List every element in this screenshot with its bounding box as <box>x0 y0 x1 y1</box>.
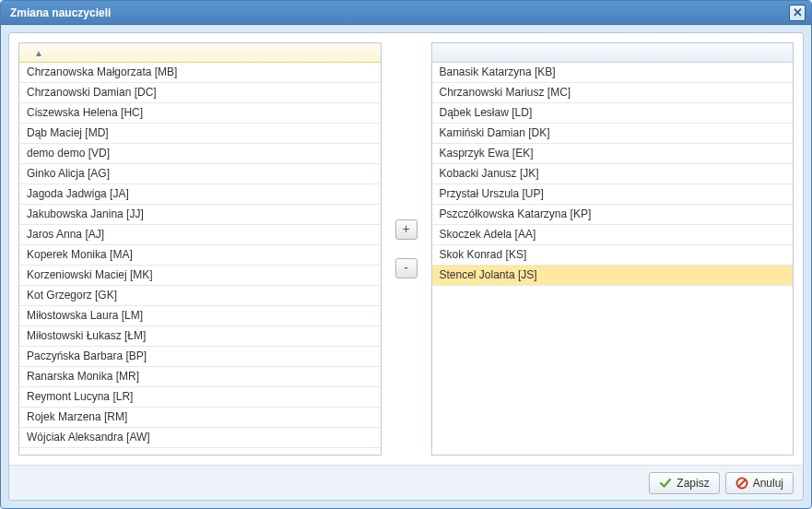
list-item[interactable]: Dąbek Lesław [LD] <box>432 103 794 124</box>
sort-asc-icon: ▲ <box>34 48 43 58</box>
list-item[interactable]: Koperek Monika [MA] <box>19 245 381 266</box>
list-item[interactable]: Skok Konrad [KS] <box>432 245 794 266</box>
dialog-title: Zmiana nauczycieli <box>10 6 111 19</box>
list-item[interactable]: Jagoda Jadwiga [JA] <box>19 184 381 205</box>
list-item[interactable]: Stencel Jolanta [JS] <box>432 266 794 286</box>
list-item[interactable]: Wójciak Aleksandra [AW] <box>19 428 381 448</box>
transfer-controls: + - <box>391 42 422 456</box>
right-list: Banasik Katarzyna [KB]Chrzanowski Marius… <box>431 42 794 456</box>
list-item[interactable]: Przystał Urszula [UP] <box>432 184 794 205</box>
list-item[interactable]: Miłostowska Laura [LM] <box>19 306 381 326</box>
cancel-icon <box>736 477 748 490</box>
list-item[interactable]: Chrzanowski Mariusz [MC] <box>432 83 794 103</box>
remove-button[interactable]: - <box>395 258 418 278</box>
list-item[interactable]: Ranarska Monika [MR] <box>19 367 381 387</box>
list-item[interactable]: Kobacki Janusz [JK] <box>432 164 794 184</box>
list-item[interactable]: Korzeniowski Maciej [MK] <box>19 266 381 286</box>
list-item[interactable]: Jaros Anna [AJ] <box>19 225 381 245</box>
list-item[interactable]: Rojek Marzena [RM] <box>19 408 381 428</box>
list-item[interactable]: Skoczek Adela [AA] <box>432 225 794 245</box>
save-button[interactable]: Zapisz <box>649 472 719 494</box>
check-icon <box>659 477 672 490</box>
list-item[interactable]: Pszczółkowska Katarzyna [KP] <box>432 205 794 225</box>
list-item[interactable]: Miłostowski Łukasz [ŁM] <box>19 326 381 347</box>
list-item[interactable]: Ginko Alicja [AG] <box>19 164 381 184</box>
list-item[interactable]: demo demo [VD] <box>19 144 381 164</box>
list-item[interactable]: Reymont Lucyna [LR] <box>19 387 381 408</box>
list-item[interactable]: Jakubowska Janina [JJ] <box>19 205 381 225</box>
cancel-button-label: Anuluj <box>753 477 783 490</box>
titlebar[interactable]: Zmiana nauczycieli ✕ <box>1 1 811 25</box>
list-item[interactable]: Paczyńska Barbara [BP] <box>19 347 381 367</box>
left-list: ▲ Chrzanowska Małgorzata [MB]Chrzanowski… <box>18 42 382 456</box>
add-button[interactable]: + <box>395 219 418 240</box>
list-item[interactable]: Kot Grzegorz [GK] <box>19 286 381 306</box>
cancel-button[interactable]: Anuluj <box>725 472 794 494</box>
save-button-label: Zapisz <box>677 477 709 490</box>
dialog-body: ▲ Chrzanowska Małgorzata [MB]Chrzanowski… <box>9 33 803 465</box>
close-icon[interactable]: ✕ <box>789 5 806 21</box>
list-item[interactable]: Kamiński Damian [DK] <box>432 124 794 144</box>
dialog-footer: Zapisz Anuluj <box>9 465 803 500</box>
left-list-header[interactable]: ▲ <box>19 43 381 63</box>
svg-line-1 <box>738 479 746 487</box>
list-item[interactable]: Chrzanowski Damian [DC] <box>19 83 381 103</box>
dialog-inner: ▲ Chrzanowska Małgorzata [MB]Chrzanowski… <box>8 32 804 501</box>
list-item[interactable]: Ciszewska Helena [HC] <box>19 103 381 124</box>
right-list-header[interactable] <box>432 43 794 63</box>
list-item[interactable]: Chrzanowska Małgorzata [MB] <box>19 63 381 83</box>
list-item[interactable]: Dąb Maciej [MD] <box>19 124 381 144</box>
list-item[interactable]: Banasik Katarzyna [KB] <box>432 63 794 83</box>
dialog-window: Zmiana nauczycieli ✕ ▲ Chrzanowska Małgo… <box>0 0 812 509</box>
left-list-body[interactable]: Chrzanowska Małgorzata [MB]Chrzanowski D… <box>19 63 381 455</box>
list-item[interactable]: Kasprzyk Ewa [EK] <box>432 144 794 164</box>
right-list-body[interactable]: Banasik Katarzyna [KB]Chrzanowski Marius… <box>432 63 794 455</box>
